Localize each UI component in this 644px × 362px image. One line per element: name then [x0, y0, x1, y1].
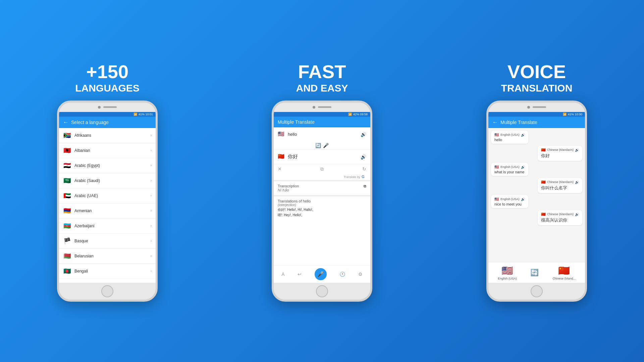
msg-volume-icon[interactable]: 🔊	[521, 197, 525, 201]
lang-name: Belarusian	[74, 254, 151, 258]
translate-by-text: Translate by	[344, 175, 360, 179]
lang2-label: Chinese (Mand...	[552, 277, 576, 280]
lang-chevron-icon: ›	[151, 164, 152, 167]
panel1-title-big: +150	[75, 61, 140, 82]
lang-name: Albanian	[74, 148, 151, 153]
output-volume-icon[interactable]: 🔊	[361, 154, 366, 160]
panel2-title: FAST AND EASY	[296, 61, 348, 94]
msg-volume-icon[interactable]: 🔊	[521, 165, 525, 169]
msg-lang: English (USA)	[500, 133, 520, 136]
lang-name: Arabic (Saudi)	[74, 178, 151, 183]
phone1-speaker	[103, 106, 117, 108]
close-icon[interactable]: ✕	[278, 166, 282, 172]
voice-lang2-btn[interactable]: 🇨🇳 Chinese (Mand...	[552, 265, 576, 280]
phone1-signal: 📶	[133, 113, 137, 116]
transcription-content: Transcription Ní hǎo	[278, 184, 299, 192]
phone3-top	[488, 103, 585, 112]
translate-output-box: 🇨🇳 你好 🔊	[274, 149, 370, 164]
back-arrow-icon[interactable]: ←	[63, 119, 68, 125]
msg-header: 🇺🇸 English (USA) 🔊	[494, 165, 525, 169]
nav-recent-icon[interactable]: 🕐	[339, 272, 345, 277]
translate-screen: 🇺🇸 hello 🔊 🔄 🎤 🇨🇳 你好	[274, 127, 370, 283]
msg-lang: Chinese (Mandarin)	[547, 213, 574, 216]
panel1-title: +150 LANGUAGES	[75, 61, 140, 94]
phone2-status: 📶 42% 09:58	[274, 112, 370, 117]
msg-lang: Chinese (Mandarin)	[547, 148, 574, 152]
reload-icon[interactable]: ↻	[362, 166, 366, 172]
phone1-appbar-title: Select a language	[71, 120, 109, 125]
language-list-item[interactable]: 🇦🇪 Arabic (UAE) ›	[59, 188, 156, 203]
lang-flag: 🇿🇦	[63, 131, 71, 139]
home-button-3[interactable]	[531, 285, 543, 297]
msg-text: nice to meet you	[494, 202, 525, 206]
nav-settings-icon[interactable]: ⚙	[358, 272, 363, 277]
voice-refresh-icon[interactable]: 🔄	[530, 268, 539, 277]
lang-chevron-icon: ›	[151, 209, 152, 213]
input-volume-icon[interactable]: 🔊	[361, 132, 366, 137]
phone3-speaker	[533, 106, 546, 108]
nav-text-icon[interactable]: A	[281, 272, 284, 277]
msg-header: 🇺🇸 English (USA) 🔊	[494, 133, 525, 137]
phone2-appbar-title: Multiple Translate	[278, 119, 315, 125]
lang-flag: 🇪🇬	[63, 162, 71, 170]
conversation-message: 🇺🇸 English (USA) 🔊 what is your name	[491, 163, 528, 176]
lang-flag: 🇦🇪	[63, 192, 71, 200]
phone2-signal: 📶	[348, 113, 352, 116]
home-button-1[interactable]	[101, 285, 113, 297]
phone-1: 📶 41% 10:01 ← Select a language 🇿🇦 Afrik…	[57, 101, 158, 302]
conversation-message: 🇨🇳 Chinese (Mandarin) 🔊 你叫什么名字	[538, 178, 582, 193]
nav-history-icon[interactable]: ↩	[298, 272, 302, 277]
phone1-camera	[98, 106, 101, 109]
language-list-item[interactable]: 🇧🇩 Bengali ›	[59, 264, 156, 279]
phone1-battery: 41% 10:01	[139, 113, 153, 116]
conversation-message: 🇺🇸 English (USA) 🔊 hello	[491, 131, 528, 144]
msg-volume-icon[interactable]: 🔊	[575, 148, 579, 152]
language-list-item[interactable]: 🇦🇲 Armenian ›	[59, 203, 156, 219]
voice-lang1-btn[interactable]: 🇺🇸 English (USA)	[498, 265, 517, 280]
copy-icon[interactable]: ⧉	[320, 166, 324, 172]
mic-small-icon[interactable]: 🎤	[323, 143, 329, 148]
output-flag: 🇨🇳	[278, 153, 285, 161]
panel3-title-sub: TRANSLATION	[501, 82, 573, 94]
lang-flag: 🇦🇲	[63, 207, 71, 215]
phone1-top	[59, 103, 156, 112]
msg-header: 🇨🇳 Chinese (Mandarin) 🔊	[541, 180, 579, 184]
language-list-item[interactable]: 🇦🇱 Albanian ›	[59, 143, 156, 158]
refresh-icon[interactable]: 🔄	[315, 143, 321, 148]
language-list-item[interactable]: 🇸🇦 Arabic (Saudi) ›	[59, 173, 156, 188]
msg-volume-icon[interactable]: 🔊	[575, 180, 579, 184]
transcription-copy-icon[interactable]: ⧉	[364, 184, 366, 192]
message-bubble: 🇺🇸 English (USA) 🔊 hello	[491, 131, 528, 144]
lang-chevron-icon: ›	[151, 133, 152, 137]
language-list: 🇿🇦 Afrikaans › 🇦🇱 Albanian › 🇪🇬 Arabic (…	[59, 128, 156, 283]
panel-fast: FAST AND EASY 📶 42% 09:58 Multiple Trans…	[245, 61, 399, 302]
language-list-item[interactable]: 🇪🇬 Arabic (Egypt) ›	[59, 158, 156, 173]
lang-flag: 🏴	[63, 237, 71, 245]
msg-flag: 🇺🇸	[494, 197, 499, 201]
msg-text: hello	[494, 138, 525, 142]
panel-languages: +150 LANGUAGES 📶 41% 10:01 ← Select a la…	[30, 61, 184, 302]
phone2-camera	[313, 106, 315, 109]
msg-volume-icon[interactable]: 🔊	[521, 133, 525, 137]
output-text: 你好	[288, 154, 298, 160]
language-list-item[interactable]: 🇧🇾 Belarusian ›	[59, 249, 156, 264]
phone1-status: 📶 41% 10:01	[59, 112, 156, 117]
home-button-2[interactable]	[316, 285, 328, 297]
conversation-message: 🇺🇸 English (USA) 🔊 nice to meet you	[491, 195, 528, 208]
translations-cat: (interjection)	[278, 203, 366, 207]
back-arrow-icon-3[interactable]: ←	[492, 119, 498, 125]
message-bubble: 🇺🇸 English (USA) 🔊 nice to meet you	[491, 195, 528, 208]
language-list-item[interactable]: 🇿🇦 Afrikaans ›	[59, 128, 156, 143]
nav-mic-icon[interactable]: 🎤	[315, 268, 327, 280]
input-flag: 🇺🇸	[278, 131, 285, 138]
language-list-item[interactable]: 🇦🇿 Azerbaijani ›	[59, 219, 156, 234]
translations-line1: 你好!: Hello!, Hi!, Hallo!,	[278, 207, 366, 212]
lang-flag: 🇧🇾	[63, 252, 71, 260]
msg-header: 🇨🇳 Chinese (Mandarin) 🔊	[541, 212, 579, 217]
msg-volume-icon[interactable]: 🔊	[575, 213, 579, 216]
mid-divider: 🔄 🎤	[274, 141, 370, 149]
lang-name: Azerbaijani	[74, 224, 151, 228]
lang-chevron-icon: ›	[151, 224, 152, 228]
language-list-item[interactable]: 🏴 Basque ›	[59, 234, 156, 249]
translations-box: Translations of hello (interjection) 你好!…	[274, 195, 370, 265]
